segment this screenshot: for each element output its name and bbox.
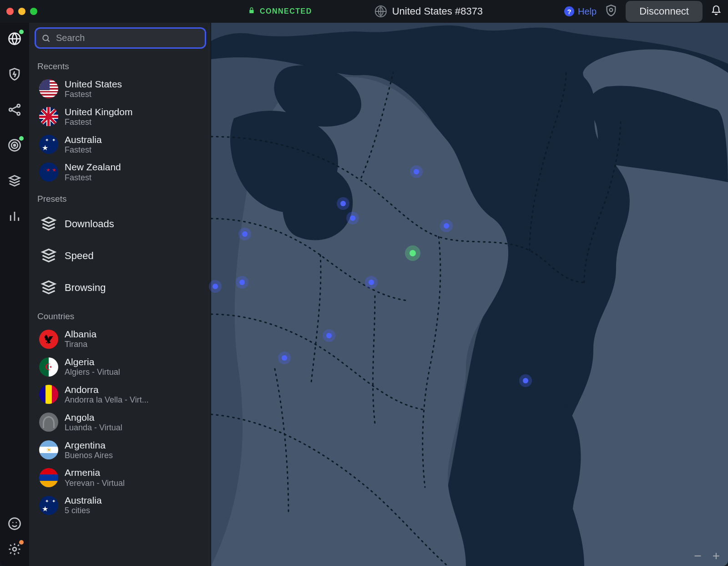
maximize-window-button[interactable] xyxy=(30,8,37,15)
notifications-icon[interactable] xyxy=(711,5,722,18)
country-sub: Fastest xyxy=(65,145,102,155)
zoom-in-button[interactable]: + xyxy=(713,550,720,562)
flag-icon xyxy=(39,413,58,432)
minimize-window-button[interactable] xyxy=(18,8,25,15)
nav-radar[interactable] xyxy=(7,138,22,153)
country-sub: Algiers - Virtual xyxy=(65,367,120,377)
country-item[interactable]: Angola Luanda - Virtual xyxy=(37,408,208,436)
zoom-out-button[interactable]: − xyxy=(694,550,701,562)
recent-item[interactable]: New Zealand Fastest xyxy=(37,158,208,186)
help-label: Help xyxy=(578,6,597,17)
svg-point-0 xyxy=(610,8,613,11)
flag-icon xyxy=(39,385,58,404)
country-sub: Buenos Aires xyxy=(65,451,113,460)
nav-settings[interactable] xyxy=(7,541,22,557)
preset-icon xyxy=(39,246,58,265)
preset-item[interactable]: Downloads xyxy=(37,208,208,240)
close-window-button[interactable] xyxy=(6,8,14,15)
country-name: Australia xyxy=(65,495,102,506)
country-name: New Zealand xyxy=(65,162,121,173)
search-input[interactable] xyxy=(55,32,199,44)
nav-meshnet[interactable] xyxy=(7,102,22,117)
globe-icon xyxy=(375,5,387,17)
map-marker[interactable] xyxy=(519,374,532,387)
nav-rail xyxy=(0,23,29,566)
flag-icon xyxy=(39,163,58,182)
flag-icon xyxy=(39,496,58,515)
help-link[interactable]: ? Help xyxy=(564,6,597,17)
svg-point-9 xyxy=(12,522,14,523)
map-marker[interactable] xyxy=(323,329,335,342)
svg-point-8 xyxy=(9,518,20,530)
preset-name: Browsing xyxy=(65,282,106,293)
svg-point-11 xyxy=(13,547,16,551)
map[interactable]: − + xyxy=(211,23,728,566)
nav-threat-protection[interactable] xyxy=(7,66,22,82)
svg-point-12 xyxy=(43,35,48,41)
disconnect-button[interactable]: Disconnect xyxy=(626,1,703,22)
connection-status-text: CONNECTED xyxy=(260,7,312,15)
map-marker[interactable] xyxy=(440,219,453,232)
country-name: United Kingdom xyxy=(65,107,132,117)
country-item[interactable]: Armenia Yerevan - Virtual xyxy=(37,464,208,491)
map-marker[interactable] xyxy=(238,228,251,240)
map-marker[interactable] xyxy=(337,197,349,210)
map-marker[interactable] xyxy=(346,212,359,224)
map-marker-active[interactable] xyxy=(405,245,420,261)
preset-item[interactable]: Speed xyxy=(37,240,208,271)
lock-icon xyxy=(248,6,255,16)
country-name: Andorra xyxy=(65,384,149,395)
recent-item[interactable]: United Kingdom Fastest xyxy=(37,103,208,131)
map-marker[interactable] xyxy=(209,280,222,293)
server-panel: Recents United States Fastest United Kin… xyxy=(29,23,211,566)
status-dot-icon xyxy=(19,30,24,34)
map-marker[interactable] xyxy=(236,276,248,289)
country-item[interactable]: Algeria Algiers - Virtual xyxy=(37,353,208,381)
country-name: Armenia xyxy=(65,467,125,478)
country-item[interactable]: Argentina Buenos Aires xyxy=(37,436,208,464)
flag-icon xyxy=(39,79,58,98)
section-recents: Recents xyxy=(37,61,208,71)
preset-name: Speed xyxy=(65,250,94,261)
country-sub: Fastest xyxy=(65,90,122,99)
flag-icon xyxy=(39,330,58,349)
nav-presets[interactable] xyxy=(7,173,22,189)
country-name: Angola xyxy=(65,412,122,423)
country-sub: Yerevan - Virtual xyxy=(65,479,125,488)
country-name: Albania xyxy=(65,329,96,340)
window-titlebar: CONNECTED United States #8373 ? Help Dis… xyxy=(0,0,728,23)
nav-statistics[interactable] xyxy=(7,209,22,224)
flag-icon xyxy=(39,468,58,487)
country-item[interactable]: Albania Tirana xyxy=(37,325,208,353)
nav-vpn[interactable] xyxy=(7,31,22,46)
current-server[interactable]: United States #8373 xyxy=(373,5,485,18)
status-dot-icon xyxy=(19,136,24,141)
dark-web-monitor-icon[interactable] xyxy=(605,4,617,19)
country-item[interactable]: Andorra Andorra la Vella - Virt... xyxy=(37,381,208,408)
recent-item[interactable]: United States Fastest xyxy=(37,75,208,103)
country-sub: 5 cities xyxy=(65,506,102,515)
update-dot-icon xyxy=(19,540,24,545)
flag-icon xyxy=(39,135,58,154)
help-icon: ? xyxy=(564,6,574,16)
country-sub: Tirana xyxy=(65,340,96,349)
map-zoom: − + xyxy=(694,550,720,562)
recent-item[interactable]: Australia Fastest xyxy=(37,131,208,158)
map-marker[interactable] xyxy=(365,276,378,289)
country-item[interactable]: Australia 5 cities xyxy=(37,491,208,519)
country-sub: Luanda - Virtual xyxy=(65,423,122,433)
country-sub: Fastest xyxy=(65,173,121,183)
map-marker[interactable] xyxy=(278,352,291,364)
search-field[interactable] xyxy=(35,27,206,49)
search-icon xyxy=(41,34,51,43)
country-name: Australia xyxy=(65,134,102,145)
preset-icon xyxy=(39,214,58,233)
preset-item[interactable]: Browsing xyxy=(37,271,208,303)
window-controls xyxy=(6,8,37,15)
country-name: United States xyxy=(65,79,122,90)
svg-point-10 xyxy=(16,522,17,523)
flag-icon xyxy=(39,440,58,459)
map-marker[interactable] xyxy=(410,165,423,178)
nav-feedback[interactable] xyxy=(7,516,22,531)
current-server-name: United States #8373 xyxy=(392,5,483,17)
